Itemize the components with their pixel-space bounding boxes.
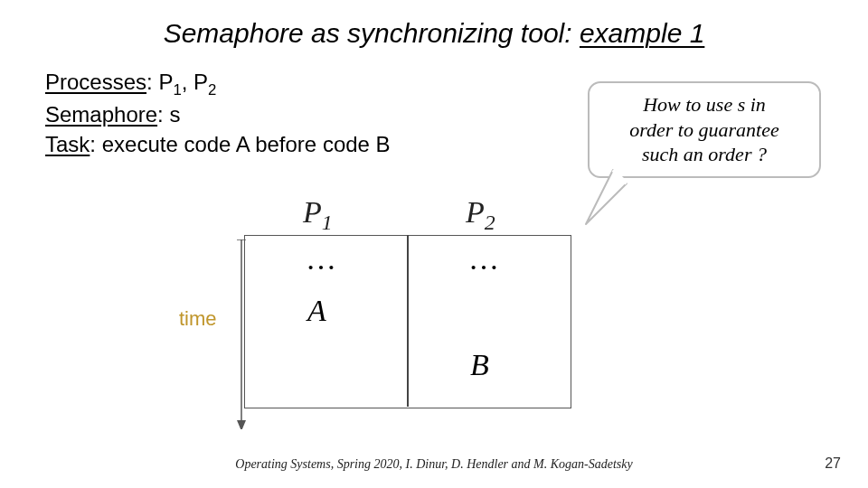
callout-line2: order to guarantee xyxy=(600,117,808,143)
p1-header: P1 xyxy=(303,195,333,235)
timeline-diagram: time P1 P2 … … A B xyxy=(172,190,678,434)
processes-label: Processes xyxy=(45,70,146,94)
page-number: 27 xyxy=(825,455,841,472)
code-b: B xyxy=(470,348,489,382)
svg-marker-1 xyxy=(237,420,246,429)
title-underlined: example 1 xyxy=(580,18,704,48)
slide-title: Semaphore as synchronizing tool: example… xyxy=(0,18,868,49)
semaphore-line: Semaphore: s xyxy=(45,100,391,129)
semaphore-label: Semaphore xyxy=(45,102,157,127)
definitions-block: Processes: P1, P2 Semaphore: s Task: exe… xyxy=(45,68,391,159)
p2-header: P2 xyxy=(466,195,495,235)
callout-line1: How to use s in xyxy=(600,92,808,117)
title-prefix: Semaphore as synchronizing tool: xyxy=(164,18,580,48)
process-divider xyxy=(407,235,409,407)
p1-dots: … xyxy=(306,242,336,277)
footer-text: Operating Systems, Spring 2020, I. Dinur… xyxy=(0,457,868,472)
task-label: Task xyxy=(45,132,90,156)
time-label: time xyxy=(179,307,217,331)
processes-line: Processes: P1, P2 xyxy=(45,68,391,100)
task-line: Task: execute code A before code B xyxy=(45,130,391,159)
p2-dots: … xyxy=(468,242,499,277)
code-a: A xyxy=(307,294,326,328)
